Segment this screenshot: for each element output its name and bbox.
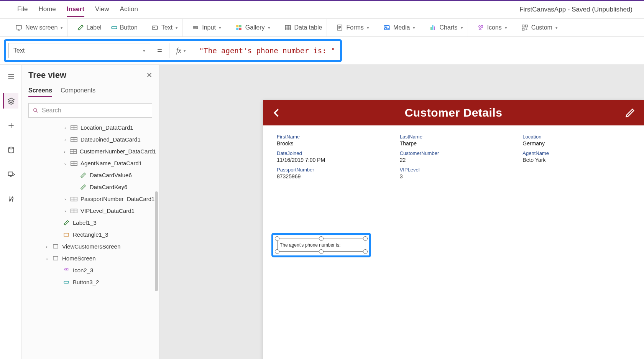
icons-icon — [477, 24, 484, 31]
field-agentname: AgentNameBeto Yark — [522, 150, 630, 163]
new-screen-button[interactable]: New screen▾ — [11, 19, 68, 36]
tree-item[interactable]: Label1_3 — [21, 217, 159, 229]
charts-menu[interactable]: Charts▾ — [425, 19, 468, 36]
treeview-button[interactable] — [3, 93, 18, 109]
field-label: CustomerNumber — [400, 150, 508, 156]
field-datejoined: DateJoined11/16/2019 7:00 PM — [277, 150, 384, 163]
forms-label: Forms — [346, 24, 363, 31]
property-value: Text — [13, 47, 25, 54]
tree-item-label: Location_DataCard1 — [80, 124, 133, 131]
resize-handle[interactable] — [363, 249, 368, 254]
svg-rect-35 — [67, 268, 68, 270]
screens-tab[interactable]: Screens — [28, 85, 52, 97]
svg-point-20 — [8, 147, 13, 149]
label-control[interactable]: The agent's phone number is: — [277, 239, 365, 252]
action-tab[interactable]: Action — [120, 2, 138, 17]
field-value: Beto Yark — [522, 157, 630, 163]
search-placeholder: Search — [42, 107, 61, 114]
tree-item[interactable]: ›PassportNumber_DataCard1 — [21, 193, 159, 205]
field-label: Location — [522, 134, 630, 140]
resize-handle[interactable] — [319, 236, 324, 241]
app-status: FirstCanvasApp - Saved (Unpublished) — [519, 6, 636, 13]
equals-sign: = — [157, 46, 162, 56]
svg-rect-32 — [53, 244, 58, 248]
tree-item[interactable]: ›ViewCustomersScreen — [21, 240, 159, 252]
file-tab[interactable]: File — [17, 2, 28, 17]
fx-button[interactable]: fx▾ — [173, 43, 189, 58]
database-icon — [7, 146, 15, 154]
tree-item[interactable]: ›VIPLevel_DataCard1 — [21, 205, 159, 217]
tree-item[interactable]: ›DateJoined_DataCard1 — [21, 133, 159, 145]
fx-label: fx — [176, 47, 181, 55]
data-button[interactable] — [3, 142, 18, 158]
tree-item[interactable]: Icon2_3 — [21, 264, 159, 276]
tree-item[interactable]: ›CustomerNumber_DataCard1 — [21, 145, 159, 157]
top-tabs: File Home Insert View Action FirstCanvas… — [0, 0, 644, 18]
canvas-screen[interactable]: Customer Details FirstNameBrooks LastNam… — [263, 100, 644, 359]
field-value: Germany — [522, 140, 630, 147]
view-tab[interactable]: View — [95, 2, 109, 17]
form-grid: FirstNameBrooks LastNameTharpe LocationG… — [263, 125, 644, 188]
resize-handle[interactable] — [275, 249, 279, 254]
back-icon[interactable] — [271, 107, 282, 118]
tree-item[interactable]: DataCardValue6 — [21, 169, 159, 181]
close-panel-button[interactable]: ✕ — [146, 71, 152, 79]
field-value: 11/16/2019 7:00 PM — [277, 157, 384, 163]
selected-control-highlight[interactable]: The agent's phone number is: — [271, 233, 371, 257]
resize-handle[interactable] — [363, 236, 368, 241]
icons-label: Icons — [487, 24, 502, 31]
tree-item-label: Label1_3 — [73, 219, 97, 226]
search-input[interactable]: Search — [28, 103, 152, 118]
hamburger-button[interactable] — [3, 69, 18, 84]
scrollbar[interactable] — [155, 191, 158, 291]
tree-item[interactable]: Rectangle1_3 — [21, 229, 159, 240]
formula-input[interactable]: "The agent's phone number is: " — [197, 43, 338, 58]
label-button[interactable]: Label — [77, 24, 101, 31]
custom-menu[interactable]: Custom▾ — [517, 19, 562, 36]
field-value: 3 — [400, 173, 508, 180]
tree-item[interactable]: DataCardKey6 — [21, 181, 159, 193]
svg-rect-22 — [9, 199, 10, 200]
insert-tab[interactable]: Insert — [67, 2, 84, 17]
svg-rect-0 — [16, 25, 21, 29]
button-button[interactable]: Button — [111, 24, 138, 31]
tree-item[interactable]: Button3_2 — [21, 276, 159, 288]
tree-item-label: Button3_2 — [73, 279, 99, 285]
svg-rect-4 — [236, 25, 238, 27]
plus-icon — [7, 122, 15, 129]
datatable-button[interactable]: Data table — [280, 19, 327, 36]
search-icon — [33, 107, 39, 114]
tree-item[interactable]: ⌄HomeScreen — [21, 252, 159, 264]
tree-title: Tree view — [28, 70, 66, 80]
media-menu[interactable]: Media▾ — [379, 19, 421, 36]
svg-point-24 — [34, 109, 37, 112]
canvas-area[interactable]: Customer Details FirstNameBrooks LastNam… — [159, 65, 644, 359]
tools-icon — [7, 195, 15, 203]
tools-button[interactable] — [3, 191, 18, 207]
tree-item[interactable]: ⌄AgentName_DataCard1 — [21, 157, 159, 169]
insert-pane-button[interactable] — [3, 118, 18, 133]
forms-menu[interactable]: Forms▾ — [332, 19, 374, 36]
edit-icon — [77, 24, 84, 31]
tree-item-label: Icon2_3 — [73, 267, 93, 273]
input-menu[interactable]: Input▾ — [187, 19, 226, 36]
text-menu[interactable]: Text▾ — [147, 19, 183, 36]
media-pane-button[interactable] — [3, 167, 18, 182]
property-select[interactable]: Text ▾ — [8, 43, 150, 58]
resize-handle[interactable] — [275, 236, 279, 241]
gallery-menu[interactable]: Gallery▾ — [231, 19, 275, 36]
svg-rect-13 — [432, 25, 434, 30]
field-label: LastName — [400, 134, 508, 140]
gallery-icon — [235, 24, 242, 31]
left-rail — [0, 65, 21, 359]
formula-bar: Text ▾ = fx▾ "The agent's phone number i… — [0, 37, 644, 65]
resize-handle[interactable] — [319, 249, 324, 254]
icons-menu[interactable]: Icons▾ — [473, 19, 512, 36]
home-tab[interactable]: Home — [38, 2, 56, 17]
button-text: Button — [120, 24, 138, 31]
edit-icon[interactable] — [625, 107, 636, 118]
tree-item[interactable]: ›Location_DataCard1 — [21, 122, 159, 133]
custom-label: Custom — [531, 24, 552, 31]
new-screen-label: New screen — [25, 24, 58, 31]
components-tab[interactable]: Components — [61, 85, 95, 97]
